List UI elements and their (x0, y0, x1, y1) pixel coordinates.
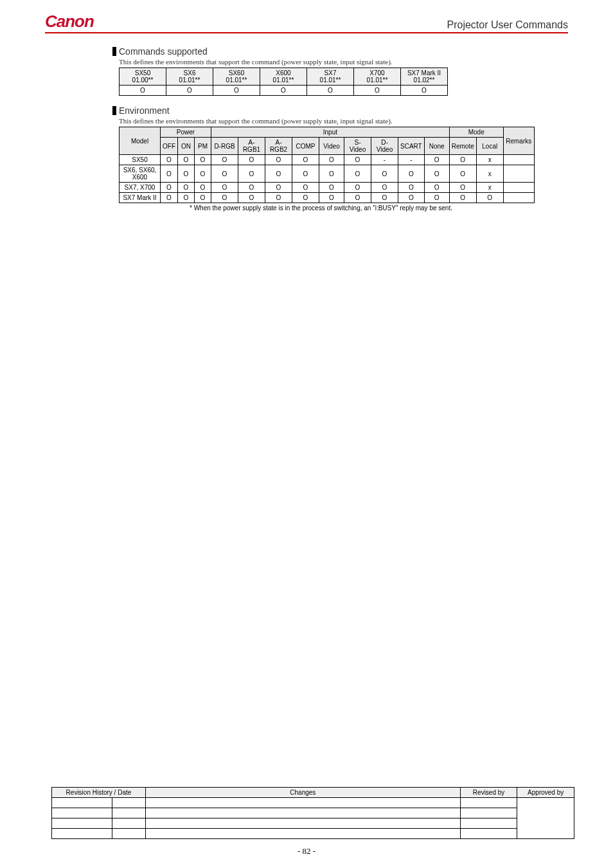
env-cell (503, 183, 534, 193)
cs-value: O (307, 86, 354, 96)
cs-value: O (166, 86, 213, 96)
env-cell: O (265, 155, 292, 165)
env-cell: O (178, 165, 195, 183)
section-description: This defines the environments that suppo… (119, 58, 568, 66)
env-header-model: Model (120, 127, 161, 155)
cs-value: O (213, 86, 260, 96)
env-cell: O (476, 193, 503, 203)
env-model-cell: SX50 (120, 155, 161, 165)
env-cell: O (161, 155, 178, 165)
cs-model: SX7 Mark II (403, 69, 445, 77)
cs-value: O (401, 86, 448, 96)
env-cell: O (344, 165, 371, 183)
env-col: Video (319, 138, 344, 155)
env-model-cell: SX6, SX60, X600 (120, 165, 161, 183)
env-col: Remote (449, 138, 476, 155)
revision-history-table: Revision History / Date Changes Revised … (51, 787, 574, 839)
env-col: SCART (398, 138, 425, 155)
page-header: Canon Projector User Commands (45, 13, 568, 33)
table-row: SX6, SX60, X600OOOOOOOOOOOOOx (120, 165, 535, 183)
section-bar-icon (112, 106, 116, 115)
rev-header-changes: Changes (145, 788, 460, 798)
env-cell: O (449, 165, 476, 183)
env-cell: O (265, 193, 292, 203)
env-cell: O (319, 165, 344, 183)
env-cell: O (344, 193, 371, 203)
env-cell: O (344, 183, 371, 193)
env-cell: O (371, 165, 398, 183)
env-col: ON (178, 138, 195, 155)
env-col: None (424, 138, 449, 155)
env-cell (503, 165, 534, 183)
environment-footnote: * When the power supply state is in the … (190, 204, 568, 212)
table-row (52, 808, 574, 818)
section-description: This defines the environments that suppo… (119, 117, 568, 125)
env-cell: O (319, 183, 344, 193)
env-cell: O (449, 193, 476, 203)
table-row (52, 818, 574, 829)
env-col: OFF (161, 138, 178, 155)
env-cell: O (292, 193, 319, 203)
table-row: O O O O O O O (120, 86, 448, 96)
environment-section: Environment This defines the environment… (112, 105, 568, 212)
env-cell: O (178, 183, 195, 193)
env-header-power: Power (161, 127, 211, 138)
cs-value: O (120, 86, 166, 96)
table-header-row: Revision History / Date Changes Revised … (52, 788, 574, 798)
env-cell: O (195, 165, 211, 183)
env-model-cell: SX7 Mark II (120, 193, 161, 203)
env-cell: O (211, 193, 238, 203)
rev-header-approved: Approved by (517, 788, 574, 798)
env-cell: O (161, 193, 178, 203)
env-cell: O (238, 183, 265, 193)
cs-ver: 01.02** (403, 77, 445, 84)
table-subheader-row: OFF ON PM D-RGB A-RGB1 A-RGB2 COMP Video… (120, 138, 535, 155)
env-cell: O (449, 183, 476, 193)
env-cell: O (195, 183, 211, 193)
table-row (52, 798, 574, 808)
env-cell: - (371, 155, 398, 165)
env-cell (503, 193, 534, 203)
env-cell: O (424, 193, 449, 203)
env-cell: O (424, 155, 449, 165)
env-col: S-Video (344, 138, 371, 155)
env-cell: O (424, 165, 449, 183)
env-cell: O (178, 193, 195, 203)
cs-model: X600 (262, 69, 305, 77)
env-col: PM (195, 138, 211, 155)
cs-value: O (354, 86, 401, 96)
env-cell: O (238, 155, 265, 165)
cs-model: X700 (356, 69, 398, 77)
env-cell: O (424, 183, 449, 193)
env-cell: O (178, 155, 195, 165)
env-cell: O (398, 193, 425, 203)
env-cell: O (371, 193, 398, 203)
table-row: SX7, X700OOOOOOOOOOOOOx (120, 183, 535, 193)
env-model-cell: SX7, X700 (120, 183, 161, 193)
env-cell: O (398, 165, 425, 183)
env-cell: O (371, 183, 398, 193)
section-bar-icon (112, 47, 116, 56)
env-cell: x (476, 155, 503, 165)
cs-ver: 01.01** (168, 77, 211, 84)
table-row: SX7 Mark IIOOOOOOOOOOOOOO (120, 193, 535, 203)
env-col: Local (476, 138, 503, 155)
env-col: D-RGB (211, 138, 238, 155)
cs-ver: 01.00** (121, 77, 164, 84)
env-cell: O (449, 155, 476, 165)
svg-text:Canon: Canon (45, 13, 94, 31)
env-col: D-Video (371, 138, 398, 155)
env-cell: O (238, 165, 265, 183)
env-col: A-RGB1 (238, 138, 265, 155)
env-cell: O (398, 183, 425, 193)
env-cell: O (238, 193, 265, 203)
cs-ver: 01.01** (356, 77, 398, 84)
commands-supported-table: SX5001.00** SX601.01** SX6001.01** X6000… (119, 68, 448, 96)
cs-ver: 01.01** (262, 77, 305, 84)
env-cell: O (344, 155, 371, 165)
env-cell: O (195, 193, 211, 203)
env-col: COMP (292, 138, 319, 155)
env-header-mode: Mode (449, 127, 503, 138)
env-cell (503, 155, 534, 165)
cs-ver: 01.01** (309, 77, 351, 84)
